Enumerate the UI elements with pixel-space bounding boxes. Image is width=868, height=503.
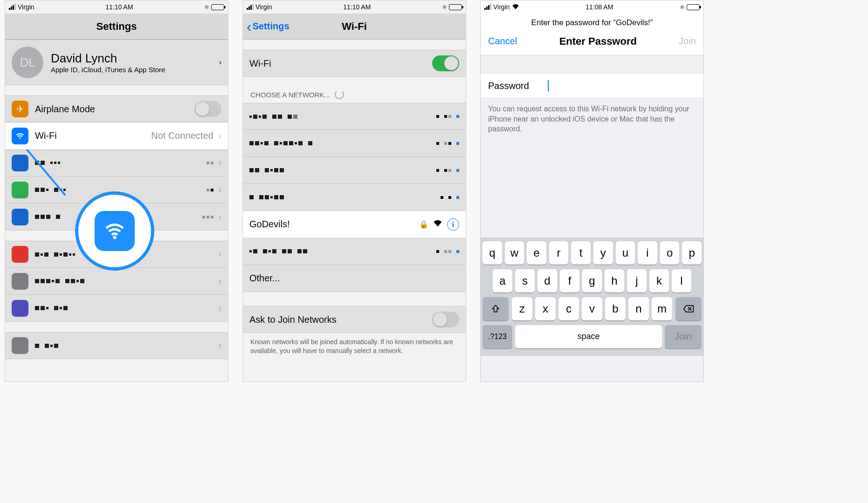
account-name: David Lynch [51, 51, 212, 66]
status-bar: Virgin 11:10 AM ✱ [243, 0, 466, 14]
signal-icon [9, 4, 16, 10]
other-network-row[interactable]: Other... [243, 265, 466, 292]
keyboard-row-3: zxcvbnm [482, 297, 702, 320]
signal-icon [247, 4, 254, 10]
redacted-icon [12, 337, 28, 354]
key-b[interactable]: b [605, 297, 626, 320]
join-button[interactable]: Join [679, 36, 696, 47]
key-z[interactable]: z [512, 297, 532, 320]
airplane-switch[interactable] [194, 101, 221, 117]
chevron-right-icon: › [218, 130, 221, 142]
numbers-key[interactable]: .?123 [482, 325, 512, 348]
wifi-label: Wi-Fi [249, 58, 271, 69]
wifi-status: Not Connected [151, 130, 213, 141]
carrier: Virgin [255, 3, 272, 11]
key-h[interactable]: h [605, 269, 624, 292]
phone-enter-password: Virgin 11:08 AM ✱ Enter the password for… [480, 0, 704, 382]
other-label: Other... [249, 273, 280, 284]
network-row-godevils[interactable]: GoDevils! 🔒 i [243, 211, 466, 238]
chevron-left-icon: ‹ [247, 19, 252, 34]
wifi-status-icon [512, 3, 519, 11]
password-row[interactable]: Password [481, 73, 703, 98]
key-j[interactable]: j [627, 269, 647, 292]
password-hint: You can request access to this Wi-Fi net… [481, 98, 703, 140]
key-n[interactable]: n [628, 297, 649, 320]
key-v[interactable]: v [582, 297, 602, 320]
battery-icon [449, 4, 462, 10]
key-p[interactable]: p [682, 241, 702, 265]
status-time: 11:10 AM [343, 3, 371, 11]
key-m[interactable]: m [652, 297, 672, 320]
key-f[interactable]: f [560, 269, 579, 292]
chevron-right-icon: › [219, 58, 221, 67]
key-a[interactable]: a [493, 269, 512, 292]
redacted-icon [12, 209, 28, 225]
shift-key[interactable] [482, 297, 509, 320]
key-c[interactable]: c [558, 297, 579, 320]
back-label: Settings [253, 21, 289, 32]
redacted-row[interactable]: › [5, 295, 228, 322]
key-k[interactable]: k [649, 269, 669, 292]
network-row-redacted[interactable] [243, 103, 466, 130]
key-i[interactable]: i [638, 241, 657, 265]
cancel-button[interactable]: Cancel [488, 36, 517, 47]
key-g[interactable]: g [582, 269, 602, 292]
keyboard-join-key[interactable]: Join [665, 325, 702, 348]
key-d[interactable]: d [537, 269, 557, 292]
key-y[interactable]: y [593, 241, 613, 265]
bluetooth-icon: ✱ [680, 4, 685, 11]
network-row-redacted[interactable] [243, 238, 466, 265]
svg-point-0 [20, 137, 21, 139]
key-r[interactable]: r [549, 241, 569, 265]
redacted-row[interactable]: › [5, 332, 228, 359]
key-t[interactable]: t [571, 241, 591, 265]
battery-icon [687, 4, 700, 10]
key-q[interactable]: q [482, 241, 502, 265]
key-x[interactable]: x [535, 297, 556, 320]
airplane-mode-row[interactable]: ✈ Airplane Mode [5, 95, 228, 122]
ask-label: Ask to Join Networks [249, 314, 337, 325]
network-row-redacted[interactable] [243, 184, 466, 211]
wifi-switch[interactable] [432, 55, 459, 71]
callout-bubble [75, 191, 154, 271]
nav-bar: ‹ Settings Wi-Fi [243, 14, 466, 40]
network-name: GoDevils! [249, 219, 290, 230]
key-e[interactable]: e [527, 241, 546, 265]
status-bar: Virgin 11:08 AM ✱ [481, 0, 703, 14]
account-row[interactable]: DL David Lynch Apple ID, iCloud, iTunes … [5, 40, 228, 85]
battery-icon [211, 4, 224, 10]
wifi-signal-icon [433, 219, 442, 229]
key-w[interactable]: w [505, 241, 524, 265]
wifi-icon-large [95, 211, 135, 251]
back-button[interactable]: ‹ Settings [247, 14, 289, 39]
lock-icon: 🔒 [419, 220, 428, 229]
subheader: Enter the password for “GoDevils!” [481, 14, 703, 27]
carrier: Virgin [493, 3, 510, 11]
status-time: 11:08 AM [586, 3, 613, 11]
wifi-toggle-row[interactable]: Wi-Fi [243, 50, 466, 77]
redacted-icon [12, 273, 28, 290]
redacted-row[interactable]: › [5, 268, 228, 295]
bluetooth-icon: ✱ [442, 4, 447, 11]
network-row-redacted[interactable] [243, 157, 466, 184]
account-subtitle: Apple ID, iCloud, iTunes & App Store [51, 66, 212, 74]
info-icon[interactable]: i [447, 218, 459, 231]
network-row-redacted[interactable] [243, 130, 466, 157]
status-bar: Virgin 11:10 AM ✱ [5, 0, 228, 14]
key-u[interactable]: u [616, 241, 635, 265]
status-time: 11:10 AM [105, 3, 133, 11]
key-l[interactable]: l [672, 269, 691, 292]
password-label: Password [488, 81, 529, 91]
key-s[interactable]: s [515, 269, 535, 292]
ask-to-join-row[interactable]: Ask to Join Networks [243, 306, 466, 333]
key-o[interactable]: o [660, 241, 680, 265]
backspace-key[interactable] [675, 297, 702, 320]
ask-switch[interactable] [432, 312, 459, 327]
text-cursor [548, 80, 549, 91]
keyboard[interactable]: qwertyuiop asdfghjkl zxcvbnm .?123 space… [481, 238, 703, 356]
redacted-icon [12, 155, 28, 171]
avatar: DL [12, 47, 43, 78]
wifi-row[interactable]: Wi-Fi Not Connected › [5, 122, 228, 150]
ask-footer: Known networks will be joined automatica… [243, 333, 466, 365]
space-key[interactable]: space [515, 325, 662, 348]
